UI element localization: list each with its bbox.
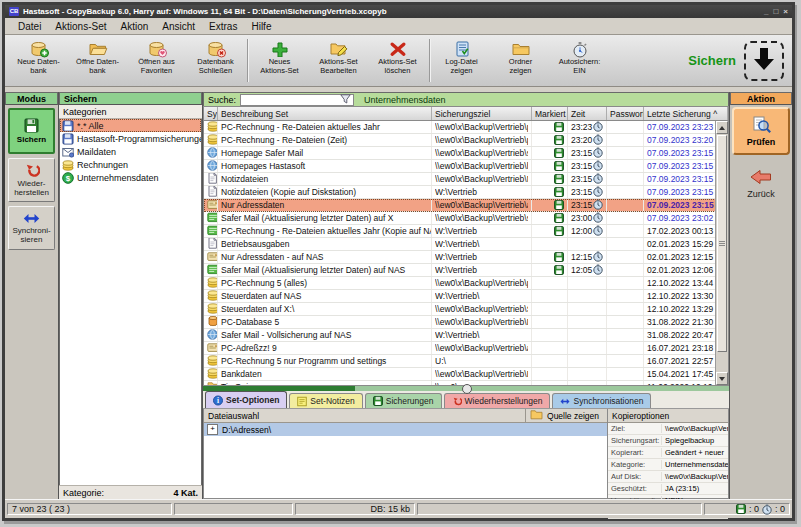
set-time: [568, 355, 607, 367]
column-header-markiert[interactable]: Markiert: [532, 107, 568, 120]
floppy-cat-icon: [62, 120, 74, 132]
table-row[interactable]: Notizdateien \\ew0\x\Backup\Vertrieb\Not…: [204, 173, 716, 186]
table-row[interactable]: Bankdaten \\ew0\x\Backup\Vertrieb\Bank\ …: [204, 368, 716, 381]
column-header-sicherungsziel[interactable]: Sicherungsziel: [432, 107, 532, 120]
back-button[interactable]: Zurück: [730, 169, 792, 199]
vertical-scrollbar[interactable]: [715, 121, 728, 385]
show-source-button[interactable]: Quelle zeigen: [525, 409, 603, 422]
tree-expander[interactable]: +: [207, 424, 218, 435]
menu-item[interactable]: Hilfe: [244, 20, 278, 33]
scroll-down-button[interactable]: [716, 372, 728, 385]
table-row[interactable]: Safer Mail - Vollsicherung auf NAS W:\Ve…: [204, 329, 716, 342]
table-row[interactable]: Notizdateien (Kopie auf Diskstation) W:\…: [204, 186, 716, 199]
toolbar-button[interactable]: Öffne Daten- bank: [68, 36, 127, 85]
table-row[interactable]: Betriebsausgaben W:\Vertrieb\ 02.01.2023…: [204, 238, 716, 251]
funnel-icon[interactable]: [340, 94, 351, 106]
column-header-zeit[interactable]: Zeit: [568, 107, 607, 120]
set-description: PC-Database 5: [218, 316, 432, 328]
toolbar-button-label: Öffne Daten- bank: [76, 58, 119, 75]
clock-icon: [593, 147, 603, 159]
detail-tab[interactable]: Synchronisationen: [552, 393, 651, 408]
menu-item[interactable]: Aktions-Set: [48, 20, 113, 33]
table-row[interactable]: Safer Mail (Aktualisierung letzter Daten…: [204, 212, 716, 225]
set-time: [568, 316, 607, 328]
file-selection-panel: Dateiauswahl Quelle zeigen + D:\Adressen…: [204, 409, 607, 498]
toolbar-button[interactable]: Datenbank Schließen: [186, 36, 245, 85]
set-last-backup: 02.01.2023 12:06: [644, 264, 716, 276]
clock-icon: [593, 251, 603, 263]
menu-item[interactable]: Ansicht: [155, 20, 202, 33]
category-item[interactable]: $ Unternehmensdaten: [60, 171, 201, 184]
set-last-backup: 07.09.2023 23:23: [644, 121, 716, 133]
floppy-green-icon: [532, 264, 568, 276]
table-row[interactable]: PC-Adreßzz! 9 \\ew0\x\Backup\Vertrieb\ad…: [204, 342, 716, 355]
table-row[interactable]: PC-Rechnung - Re-Dateien aktuelles Jahr …: [204, 225, 716, 238]
detail-tab[interactable]: Wiederherstellungen: [444, 393, 551, 408]
minimize-button[interactable]: _: [764, 7, 768, 16]
detail-tab[interactable]: Sicherungen: [365, 393, 442, 408]
table-row[interactable]: Homepage Safer Mail \\ew0\x\Backup\Vertr…: [204, 147, 716, 160]
table-row[interactable]: Homepages Hastasoft \\ew0\x\Backup\Vertr…: [204, 160, 716, 173]
set-time: 12:05: [568, 264, 607, 276]
menu-item[interactable]: Datei: [11, 20, 48, 33]
column-header-beschreibung[interactable]: Beschreibung Set: [218, 107, 432, 120]
undo-icon: [24, 163, 40, 179]
toolbar-button[interactable]: Log-Datei zeigen: [432, 36, 491, 85]
horizontal-splitter[interactable]: [203, 386, 729, 391]
down-arrow-icon: [751, 46, 777, 76]
set-last-backup: 07.09.2023 23:02: [644, 212, 716, 224]
toolbar-button[interactable]: Aktions-Set Bearbeiten: [309, 36, 368, 85]
set-target: W:\Vertrieb\: [432, 290, 532, 302]
detail-tab[interactable]: i Set-Optionen: [205, 391, 287, 408]
scroll-up-button[interactable]: [716, 121, 728, 134]
column-header-passwort[interactable]: Passwort: [607, 107, 644, 120]
scrollbar-thumb[interactable]: [717, 135, 727, 352]
table-row[interactable]: Nur Adressdaten - auf NAS W:\Vertrieb 12…: [204, 251, 716, 264]
copy-option-key: Geschützt:: [608, 484, 661, 493]
set-last-backup: 07.09.2023 23:15: [644, 160, 716, 172]
file-tree-row[interactable]: + D:\Adressen\: [204, 423, 607, 436]
category-item[interactable]: Hastasoft-Programmsicherungen: [60, 132, 201, 145]
mode-button[interactable]: Wieder- herstellen: [8, 158, 55, 202]
detail-tab[interactable]: Set-Notizen: [289, 393, 362, 408]
set-target: \\ew0\x\Backup\Vertrieb\home: [432, 160, 532, 172]
set-last-backup: 16.07.2021 23:18: [644, 342, 716, 354]
set-password: [607, 199, 644, 211]
table-row[interactable]: PC-Database 5 \\ew0\x\Backup\Vertrieb\Da…: [204, 316, 716, 329]
copy-option-row: Sicherungsart: Spiegelbackup: [608, 435, 728, 447]
toolbar-button[interactable]: Neues Aktions-Set: [250, 36, 309, 85]
toolbar-button[interactable]: Aktions-Set löschen: [368, 36, 427, 85]
category-item[interactable]: Maildaten: [60, 145, 201, 158]
table-row[interactable]: PC-Rechnung 5 nur Programm und settings …: [204, 355, 716, 368]
table-row[interactable]: Steuerdaten auf NAS W:\Vertrieb\ 12.10.2…: [204, 290, 716, 303]
table-row[interactable]: PC-Rechnung 5 (alles) \\ew0\x\Backup\Ver…: [204, 277, 716, 290]
table-row[interactable]: Nur Adressdaten \\ew0\x\Backup\Vertrieb\…: [204, 199, 716, 212]
menu-item[interactable]: Aktion: [114, 20, 156, 33]
start-backup-button[interactable]: [744, 41, 784, 81]
mode-button[interactable]: Synchroni- sieren: [8, 206, 55, 250]
toolbar-button[interactable]: Ordner zeigen: [491, 36, 550, 85]
table-row[interactable]: PC-Rechnung - Re-Dateien aktuelles Jahr …: [204, 121, 716, 134]
category-item[interactable]: Rechnungen: [60, 158, 201, 171]
search-input[interactable]: [240, 94, 354, 106]
toolbar-button[interactable]: Öffnen aus Favoriten: [127, 36, 186, 85]
close-button[interactable]: ×: [783, 7, 788, 16]
copy-option-key: Ziel:: [608, 424, 661, 433]
table-row[interactable]: Steuerdaten auf X:\ \\ew0\x\Backup\Vertr…: [204, 303, 716, 316]
category-label: Maildaten: [77, 147, 116, 157]
mode-button[interactable]: Sichern: [8, 108, 55, 154]
splitter-grip[interactable]: [462, 384, 472, 394]
toolbar-button[interactable]: Autosichern: EIN: [550, 36, 609, 85]
menu-item[interactable]: Extras: [202, 20, 244, 33]
maximize-button[interactable]: □: [773, 7, 778, 16]
undo-icon: [452, 396, 462, 406]
table-row[interactable]: Safer Mail (Aktualisierung letzter Daten…: [204, 264, 716, 277]
table-row[interactable]: PC-Rechnung - Re-Dateien (Zeit) \\ew0\x\…: [204, 134, 716, 147]
column-header-sy[interactable]: Sy: [204, 107, 218, 120]
category-item[interactable]: *.* Alle: [60, 119, 201, 132]
toolbar-button[interactable]: Neue Daten- bank: [9, 36, 68, 85]
check-button[interactable]: Prüfen: [732, 107, 790, 155]
copy-option-key: Kategorie:: [608, 460, 661, 469]
column-header-letzte-sicherung[interactable]: Letzte Sicherung ^: [644, 107, 728, 120]
categories-column-header[interactable]: Kategorien: [59, 105, 202, 119]
